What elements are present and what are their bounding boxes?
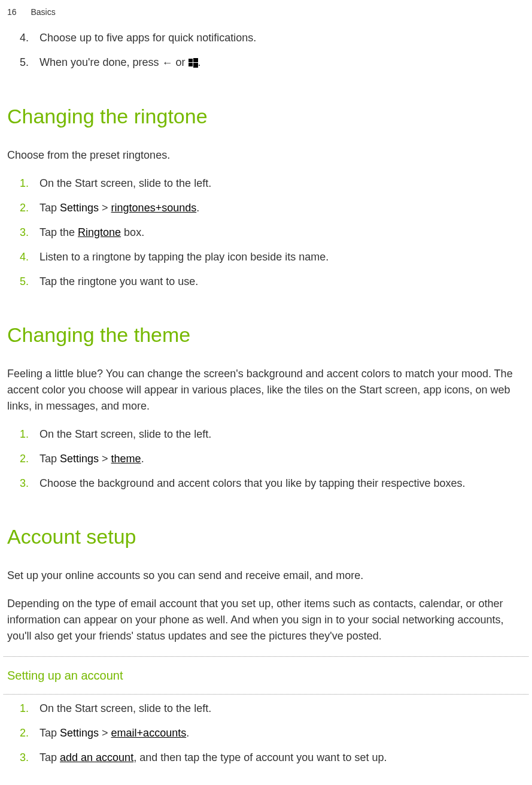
back-arrow-icon: ← <box>162 55 173 71</box>
list-text: When you're done, press ← or . <box>39 54 528 71</box>
list-number: 5. <box>4 54 39 71</box>
list-item: 2. Tap Settings > ringtones+sounds. <box>4 200 528 216</box>
list-number: 2. <box>4 725 39 741</box>
list-item: 1. On the Start screen, slide to the lef… <box>4 175 528 192</box>
list-item: 1. On the Start screen, slide to the lef… <box>4 426 528 442</box>
svg-rect-1 <box>193 58 198 62</box>
list-item: 5. Tap the ringtone you want to use. <box>4 274 528 290</box>
theme-intro: Feeling a little blue? You can change th… <box>4 366 528 414</box>
list-text: Tap add an account, and then tap the typ… <box>39 750 528 766</box>
section-name: Basics <box>31 7 55 17</box>
list-text: Listen to a ringtone by tapping the play… <box>39 249 528 265</box>
list-item: 3. Choose the background and accent colo… <box>4 475 528 492</box>
list-number: 2. <box>4 200 39 216</box>
account-para2: Depending on the type of email account t… <box>4 596 528 644</box>
list-text: On the Start screen, slide to the left. <box>39 175 528 192</box>
windows-icon <box>189 58 198 68</box>
subheading-setting-up-account: Setting up an account <box>4 663 528 688</box>
list-text: Tap Settings > theme. <box>39 451 528 467</box>
svg-rect-0 <box>189 59 193 62</box>
heading-changing-theme: Changing the theme <box>4 320 528 350</box>
svg-rect-2 <box>189 63 193 66</box>
ringtone-intro: Choose from the preset ringtones. <box>4 147 528 163</box>
account-para1: Set up your online accounts so you can s… <box>4 568 528 584</box>
list-number: 5. <box>4 274 39 290</box>
list-number: 3. <box>4 225 39 241</box>
list-item: 3. Tap add an account, and then tap the … <box>4 750 528 766</box>
list-text: Choose the background and accent colors … <box>39 475 528 492</box>
list-text: Choose up to five apps for quick notific… <box>39 30 528 46</box>
heading-account-setup: Account setup <box>4 522 528 552</box>
page-header: 16 Basics <box>7 6 56 19</box>
list-item: 1. On the Start screen, slide to the lef… <box>4 701 528 717</box>
list-item: 4. Listen to a ringtone by tapping the p… <box>4 249 528 265</box>
list-text: Tap the ringtone you want to use. <box>39 274 528 290</box>
list-item: 2. Tap Settings > email+accounts. <box>4 725 528 741</box>
list-number: 4. <box>4 30 39 46</box>
list-item: 3. Tap the Ringtone box. <box>4 225 528 241</box>
list-number: 2. <box>4 451 39 467</box>
page-number: 16 <box>7 7 17 17</box>
list-number: 1. <box>4 175 39 192</box>
list-text: Tap Settings > ringtones+sounds. <box>39 200 528 216</box>
dotted-divider <box>4 656 528 657</box>
list-item: 5. When you're done, press ← or . <box>4 54 528 71</box>
list-number: 3. <box>4 475 39 492</box>
svg-rect-3 <box>193 63 198 68</box>
list-number: 1. <box>4 426 39 442</box>
list-text: On the Start screen, slide to the left. <box>39 426 528 442</box>
list-number: 3. <box>4 750 39 766</box>
list-item: 4. Choose up to five apps for quick noti… <box>4 30 528 46</box>
list-text: Tap Settings > email+accounts. <box>39 725 528 741</box>
list-number: 1. <box>4 701 39 717</box>
list-item: 2. Tap Settings > theme. <box>4 451 528 467</box>
list-text: On the Start screen, slide to the left. <box>39 701 528 717</box>
page-content: 4. Choose up to five apps for quick noti… <box>0 30 532 774</box>
list-text: Tap the Ringtone box. <box>39 225 528 241</box>
heading-changing-ringtone: Changing the ringtone <box>4 101 528 132</box>
list-number: 4. <box>4 249 39 265</box>
